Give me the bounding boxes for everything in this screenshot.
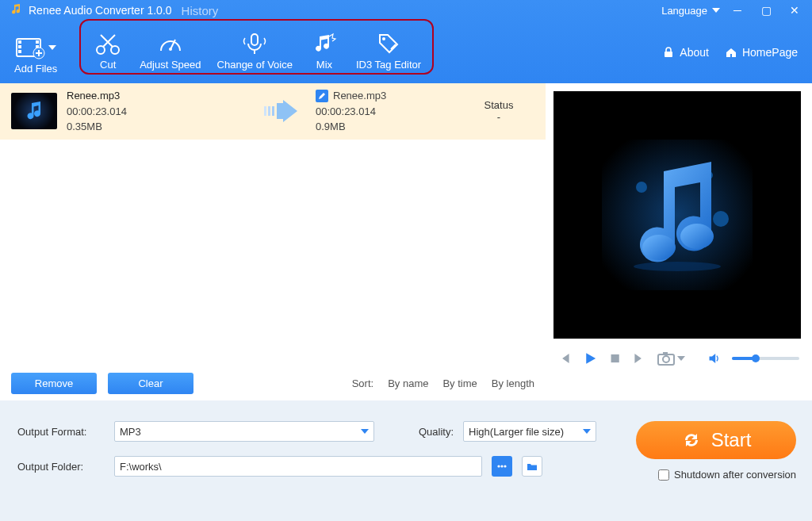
svg-rect-14: [264, 106, 266, 116]
chevron-down-icon: [583, 429, 591, 434]
edit-icon[interactable]: [316, 90, 328, 102]
sort-by-name[interactable]: By name: [388, 377, 428, 389]
sort-by-length[interactable]: By length: [492, 377, 534, 389]
svg-point-27: [663, 356, 669, 362]
output-format-label: Output Format:: [17, 426, 105, 438]
id3-tag-button[interactable]: ID3 Tag Editor: [348, 20, 429, 71]
svg-point-22: [642, 235, 676, 260]
output-folder-label: Output Folder:: [17, 461, 105, 473]
shutdown-checkbox[interactable]: [658, 469, 669, 481]
svg-rect-1: [18, 40, 21, 44]
svg-point-18: [636, 182, 647, 193]
svg-rect-15: [268, 106, 270, 116]
history-link[interactable]: History: [182, 4, 219, 17]
gauge-icon: [158, 32, 183, 56]
film-add-icon: [15, 36, 47, 59]
camera-icon: [657, 351, 676, 366]
output-format-value: MP3: [120, 426, 141, 438]
svg-rect-11: [251, 34, 258, 45]
previous-button[interactable]: [558, 351, 572, 366]
add-files-label: Add Files: [14, 63, 57, 75]
add-files-button[interactable]: Add Files: [11, 24, 65, 75]
topbar: Renee Audio Converter 1.0.0 History Lang…: [0, 0, 812, 83]
homepage-link[interactable]: HomePage: [725, 46, 798, 59]
chevron-down-icon: [48, 45, 56, 50]
svg-point-24: [634, 262, 721, 271]
play-button[interactable]: [583, 350, 598, 367]
volume-slider[interactable]: [732, 357, 799, 360]
tools-highlight: Cut Adjust Speed Change of Voice: [79, 19, 434, 75]
minimize-button[interactable]: ─: [726, 4, 749, 17]
clear-button[interactable]: Clear: [108, 373, 193, 394]
source-info: Renee.mp3 00:00:23.014 0.35MB: [67, 88, 249, 135]
sort-label: Sort:: [352, 377, 373, 389]
svg-rect-16: [272, 106, 274, 116]
mix-label: Mix: [316, 59, 332, 71]
language-dropdown[interactable]: Language: [661, 5, 720, 17]
adjust-speed-button[interactable]: Adjust Speed: [132, 20, 209, 71]
file-thumbnail: [11, 93, 57, 129]
svg-point-19: [713, 211, 729, 227]
file-list: Renee.mp3 00:00:23.014 0.35MB Re: [0, 83, 546, 366]
quality-dropdown[interactable]: High(Larger file size): [463, 421, 596, 442]
music-mix-icon: [312, 32, 337, 56]
open-folder-button[interactable]: [522, 456, 542, 477]
start-button[interactable]: Start: [636, 421, 796, 459]
music-note-icon: [602, 140, 753, 290]
svg-point-29: [497, 465, 500, 467]
adjust-speed-label: Adjust Speed: [140, 59, 201, 71]
file-row[interactable]: Renee.mp3 00:00:23.014 0.35MB Re: [0, 83, 546, 140]
folder-icon: [527, 461, 538, 472]
shutdown-checkbox-row[interactable]: Shutdown after conversion: [658, 469, 796, 481]
svg-point-30: [500, 465, 503, 467]
output-folder-value: F:\works\: [120, 461, 162, 473]
app-logo-icon: [10, 3, 22, 18]
status-column: Status -: [463, 99, 534, 123]
source-duration: 00:00:23.014: [67, 104, 249, 120]
language-label: Language: [661, 5, 707, 17]
shutdown-label: Shutdown after conversion: [674, 469, 796, 481]
destination-filename: Renee.mp3: [333, 88, 386, 104]
svg-point-31: [504, 465, 506, 467]
sort-by-time[interactable]: By time: [442, 377, 477, 389]
scissors-icon: [94, 32, 121, 56]
cut-label: Cut: [100, 59, 116, 71]
source-filename: Renee.mp3: [67, 88, 249, 104]
cut-button[interactable]: Cut: [84, 20, 132, 71]
home-icon: [725, 46, 737, 59]
svg-rect-3: [18, 50, 21, 53]
close-button[interactable]: ✕: [783, 4, 806, 17]
volume-icon[interactable]: [707, 351, 721, 366]
output-format-dropdown[interactable]: MP3: [114, 421, 374, 442]
id3-label: ID3 Tag Editor: [356, 59, 421, 71]
refresh-icon: [681, 430, 702, 450]
quality-label: Quality:: [419, 426, 454, 438]
status-header: Status: [463, 99, 534, 111]
change-voice-button[interactable]: Change of Voice: [209, 20, 301, 71]
change-voice-label: Change of Voice: [217, 59, 293, 71]
next-button[interactable]: [632, 351, 645, 366]
chevron-down-icon: [677, 356, 685, 361]
browse-folder-button[interactable]: [492, 456, 512, 477]
svg-point-10: [169, 48, 172, 51]
destination-duration: 00:00:23.014: [316, 104, 454, 120]
svg-point-12: [382, 37, 385, 40]
output-folder-input[interactable]: F:\works\: [114, 456, 482, 477]
snapshot-button[interactable]: [657, 351, 685, 366]
remove-button[interactable]: Remove: [11, 373, 97, 394]
arrow-icon: [259, 100, 306, 122]
svg-rect-28: [663, 352, 668, 355]
maximize-button[interactable]: ▢: [755, 4, 777, 17]
source-size: 0.35MB: [67, 119, 249, 135]
mix-button[interactable]: Mix: [301, 20, 348, 71]
stop-button[interactable]: [609, 351, 621, 366]
about-link[interactable]: About: [662, 46, 709, 59]
svg-rect-2: [18, 45, 21, 48]
svg-rect-25: [611, 354, 619, 362]
app-title: Renee Audio Converter 1.0.0: [29, 4, 172, 17]
quality-value: High(Larger file size): [469, 426, 564, 438]
homepage-label: HomePage: [742, 46, 798, 59]
svg-rect-13: [665, 52, 672, 57]
about-label: About: [680, 46, 709, 59]
chevron-down-icon: [712, 8, 720, 13]
